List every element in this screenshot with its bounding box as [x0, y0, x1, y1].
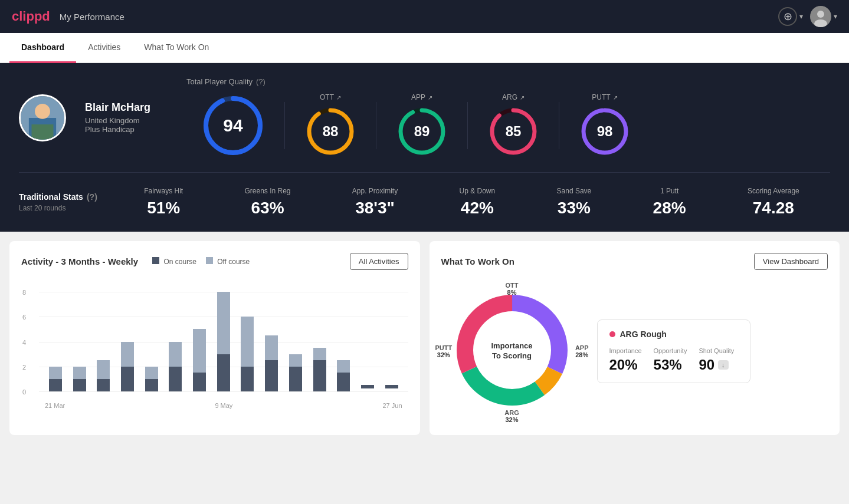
tab-activities[interactable]: Activities: [76, 33, 132, 63]
bar-off-course: [97, 360, 110, 379]
grid-label-8: 8: [22, 289, 26, 296]
bar-off-course: [217, 292, 230, 354]
arg-value: 85: [506, 123, 522, 140]
bar-off-course: [313, 348, 326, 360]
stat-1putt-value: 28%: [653, 199, 686, 218]
shot-quality-badge: ↓: [718, 360, 729, 370]
quality-section: Total Player Quality (?) 94: [186, 77, 830, 158]
info-box-title: ARG Rough: [609, 330, 738, 339]
avatar: [810, 6, 831, 27]
donut-chart-wrap: Importance To Scoring OTT 8% APP 28% ARG…: [441, 279, 583, 423]
bar-on-course: [121, 367, 134, 391]
stats-sublabel: Last 20 rounds: [19, 204, 113, 212]
add-button[interactable]: ⊕: [778, 7, 797, 26]
bar-off-course: [337, 360, 350, 373]
player-row: Blair McHarg United Kingdom Plus Handica…: [19, 77, 830, 173]
all-activities-button[interactable]: All Activities: [350, 253, 408, 270]
user-chevron: ▾: [834, 12, 837, 21]
info-metric-opportunity: Opportunity 53%: [654, 347, 687, 373]
svg-point-5: [35, 103, 50, 118]
x-label-2: 9 May: [215, 402, 232, 409]
info-metric-shotquality: Shot Quality 90 ↓: [699, 347, 734, 373]
bar-on-course: [73, 379, 86, 391]
work-content: Importance To Scoring OTT 8% APP 28% ARG…: [441, 279, 828, 423]
stat-1putt: 1 Putt 28%: [653, 187, 686, 218]
player-info: Blair McHarg United Kingdom Plus Handica…: [85, 101, 168, 134]
work-card-title: What To Work On: [441, 256, 514, 266]
svg-point-1: [817, 11, 824, 18]
putt-gauge-wrap: PUTT ↗ 98: [564, 93, 645, 158]
info-metrics: Importance 20% Opportunity 53% Shot Qual…: [609, 347, 738, 373]
bar-chart: 86420 21 Mar 9 May 27 Jun: [21, 279, 408, 409]
bar-off-course: [49, 367, 62, 379]
bar-group: [237, 279, 258, 391]
metrics-row: 94 OTT ↗ 88: [186, 93, 830, 158]
stat-sandsave-label: Sand Save: [557, 187, 592, 195]
x-labels: 21 Mar 9 May 27 Jun: [39, 402, 408, 409]
bar-off-course: [193, 329, 206, 373]
arg-gauge: 85: [487, 105, 540, 158]
dark-panel: Blair McHarg United Kingdom Plus Handica…: [0, 63, 849, 232]
stat-proximity-label: App. Proximity: [352, 187, 398, 195]
stat-scoring-label: Scoring Average: [748, 187, 799, 195]
legend: On course Off course: [152, 257, 250, 266]
off-course-label: Off course: [217, 258, 250, 266]
player-avatar: [19, 94, 66, 141]
main-gauge-value: 94: [223, 116, 242, 136]
bar-group: [213, 279, 234, 391]
bar-on-course: [97, 379, 110, 391]
stat-updown-value: 42%: [460, 199, 496, 218]
user-menu[interactable]: ▾: [810, 6, 837, 27]
ott-donut-label: OTT 8%: [506, 282, 519, 296]
tab-dashboard[interactable]: Dashboard: [9, 33, 76, 63]
header-right: ⊕ ▾ ▾: [778, 6, 837, 27]
bar-on-course: [217, 354, 230, 391]
stat-1putt-label: 1 Putt: [653, 187, 686, 195]
stats-row: Traditional Stats (?) Last 20 rounds Fai…: [19, 173, 830, 218]
bar-group: [93, 279, 114, 391]
bar-group: [309, 279, 330, 391]
work-card-header: What To Work On View Dashboard: [441, 253, 828, 270]
stat-scoring: Scoring Average 74.28: [748, 187, 799, 218]
bar-group: [333, 279, 354, 391]
stat-proximity: App. Proximity 38'3": [352, 187, 398, 218]
app-gauge-wrap: APP ↗ 89: [381, 93, 463, 158]
grid-label-0: 0: [22, 388, 26, 396]
stats-label-col: Traditional Stats (?) Last 20 rounds: [19, 192, 113, 212]
bar-on-course: [193, 373, 206, 391]
bar-on-course: [313, 360, 326, 391]
header-left: clippd My Performance: [12, 9, 124, 24]
putt-gauge: 98: [578, 105, 631, 158]
info-metric-importance: Importance 20%: [609, 347, 642, 373]
bar-group: [261, 279, 282, 391]
bar-on-course: [289, 367, 302, 391]
bar-group: [45, 279, 66, 391]
work-card: What To Work On View Dashboard: [430, 241, 840, 435]
stat-updown-label: Up & Down: [460, 187, 496, 195]
stat-sandsave: Sand Save 33%: [557, 187, 592, 218]
x-label-3: 27 Jun: [382, 402, 402, 409]
tab-what-to-work-on[interactable]: What To Work On: [132, 33, 221, 63]
bar-on-course: [265, 360, 278, 391]
app-label: APP ↗: [395, 93, 448, 101]
bar-on-course: [169, 367, 182, 391]
stat-proximity-value: 38'3": [352, 199, 398, 218]
svg-rect-6: [32, 124, 54, 141]
stat-sandsave-value: 33%: [557, 199, 592, 218]
help-icon[interactable]: (?): [256, 77, 265, 86]
view-dashboard-button[interactable]: View Dashboard: [754, 253, 828, 270]
header-title: My Performance: [60, 12, 124, 22]
stats-items: Fairways Hit 51% Greens In Reg 63% App. …: [113, 187, 830, 218]
bar-on-course: [241, 367, 254, 391]
stats-help-icon[interactable]: (?): [87, 192, 97, 202]
off-course-dot: [206, 257, 213, 264]
arg-gauge-wrap: ARG ↗ 85: [473, 93, 554, 158]
stat-greens-value: 63%: [244, 199, 290, 218]
x-label-1: 21 Mar: [45, 402, 65, 409]
putt-value: 98: [597, 123, 613, 140]
bar-off-course: [289, 354, 302, 367]
header: clippd My Performance ⊕ ▾ ▾: [0, 0, 849, 33]
bar-off-course: [73, 367, 86, 379]
stat-fairways-label: Fairways Hit: [144, 187, 183, 195]
grid-label-6: 6: [22, 314, 26, 321]
